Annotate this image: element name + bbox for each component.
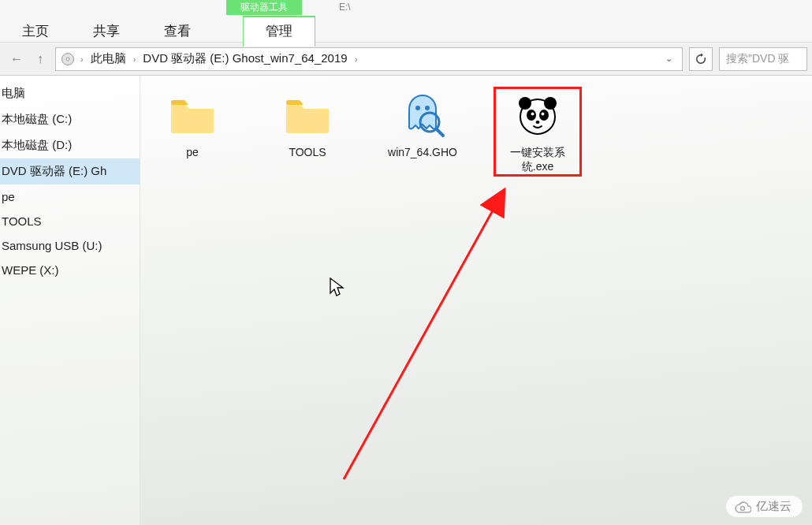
cloud-icon [734, 500, 751, 514]
nav-back-button[interactable]: ← [8, 50, 25, 68]
svg-point-1 [66, 58, 69, 61]
folder-icon [276, 90, 339, 140]
svg-point-13 [536, 121, 540, 124]
file-pane[interactable]: pe TOOLS win7_64.GHO [140, 76, 812, 525]
svg-line-5 [437, 129, 443, 136]
ribbon-context-tab[interactable]: 驱动器工具 [226, 0, 302, 15]
svg-point-9 [527, 110, 536, 121]
ribbon-drive-letter: E:\ [339, 0, 351, 14]
svg-point-2 [415, 106, 420, 110]
explorer-body: 电脑 本地磁盘 (C:) 本地磁盘 (D:) DVD 驱动器 (E:) Gh p… [0, 76, 812, 525]
sidebar: 电脑 本地磁盘 (C:) 本地磁盘 (D:) DVD 驱动器 (E:) Gh p… [0, 76, 140, 525]
file-label: pe [151, 145, 233, 159]
panda-icon [506, 90, 569, 140]
sidebar-item-dvd-e[interactable]: DVD 驱动器 (E:) Gh [0, 158, 140, 184]
crumb-pc[interactable]: 此电脑 [89, 51, 128, 66]
file-item-gho[interactable]: win7_64.GHO [382, 90, 464, 173]
file-item-pe[interactable]: pe [151, 90, 233, 173]
svg-point-7 [519, 97, 531, 110]
tab-share[interactable]: 共享 [71, 17, 142, 47]
tab-view[interactable]: 查看 [142, 17, 213, 47]
chevron-right-icon: › [130, 54, 140, 64]
sidebar-item-pe[interactable]: pe [0, 184, 140, 209]
disc-icon [61, 52, 75, 66]
mouse-cursor-icon [330, 277, 345, 298]
folder-icon [161, 90, 224, 140]
svg-point-12 [542, 113, 545, 116]
file-item-installer-exe[interactable]: 一键安装系统.exe [497, 90, 579, 173]
watermark-text: 亿速云 [756, 499, 792, 514]
chevron-right-icon: › [77, 54, 87, 64]
breadcrumb[interactable]: › 此电脑 › DVD 驱动器 (E:) Ghost_win7_64_2019 … [55, 47, 683, 71]
watermark: 亿速云 [726, 496, 803, 517]
chevron-right-icon: › [352, 54, 361, 64]
svg-point-10 [539, 110, 549, 121]
sidebar-item-tools[interactable]: TOOLS [0, 209, 140, 233]
sidebar-item-drive-c[interactable]: 本地磁盘 (C:) [0, 106, 140, 132]
svg-point-15 [741, 506, 745, 510]
svg-point-11 [531, 113, 535, 116]
file-label: 一键安装系统.exe [497, 145, 579, 173]
crumb-drive[interactable]: DVD 驱动器 (E:) Ghost_win7_64_2019 [141, 51, 348, 66]
nav-up-button[interactable]: ↑ [32, 50, 49, 68]
chevron-down-icon[interactable]: ⌄ [661, 54, 677, 64]
sidebar-item-samsung-usb[interactable]: Samsung USB (U:) [0, 233, 140, 258]
svg-point-8 [544, 97, 557, 110]
search-input[interactable]: 搜索"DVD 驱 [719, 47, 807, 71]
refresh-button[interactable] [689, 47, 713, 71]
file-label: TOOLS [266, 145, 348, 159]
ghost-icon [391, 90, 454, 140]
refresh-icon [695, 53, 707, 65]
address-bar: ← ↑ › 此电脑 › DVD 驱动器 (E:) Ghost_win7_64_2… [0, 43, 812, 76]
ribbon: 驱动器工具 E:\ 主页 共享 查看 管理 [0, 0, 812, 43]
file-item-tools[interactable]: TOOLS [266, 90, 348, 173]
tab-home[interactable]: 主页 [0, 17, 71, 47]
svg-point-3 [425, 106, 430, 110]
sidebar-item-pc[interactable]: 电脑 [0, 80, 140, 106]
sidebar-item-wepe[interactable]: WEPE (X:) [0, 258, 140, 282]
file-label: win7_64.GHO [382, 145, 464, 159]
tab-manage[interactable]: 管理 [243, 16, 315, 47]
sidebar-item-drive-d[interactable]: 本地磁盘 (D:) [0, 132, 140, 158]
